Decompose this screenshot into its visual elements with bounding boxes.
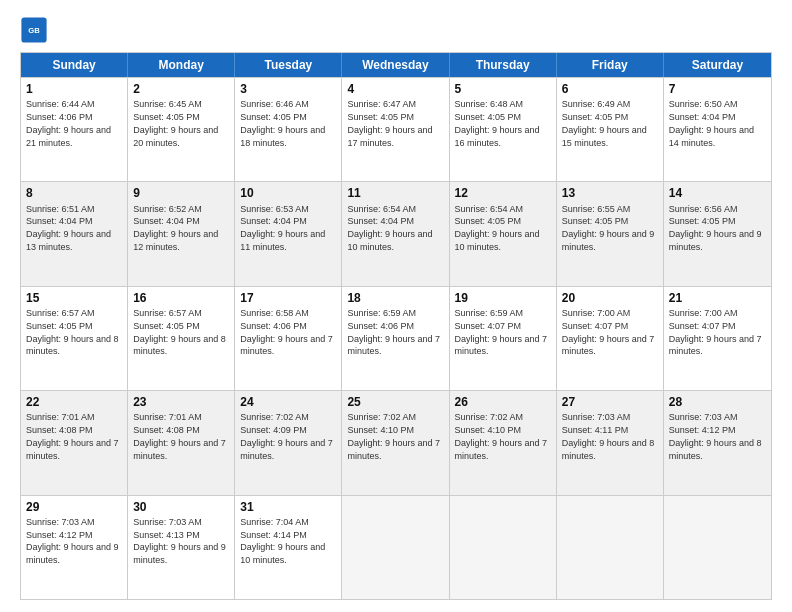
- day-number: 13: [562, 185, 658, 201]
- day-number: 22: [26, 394, 122, 410]
- calendar-cell: 21Sunrise: 7:00 AMSunset: 4:07 PMDayligh…: [664, 287, 771, 390]
- day-number: 26: [455, 394, 551, 410]
- calendar-cell: 15Sunrise: 6:57 AMSunset: 4:05 PMDayligh…: [21, 287, 128, 390]
- day-number: 17: [240, 290, 336, 306]
- day-number: 1: [26, 81, 122, 97]
- day-number: 14: [669, 185, 766, 201]
- header: GB: [20, 16, 772, 44]
- calendar-cell: 3Sunrise: 6:46 AMSunset: 4:05 PMDaylight…: [235, 78, 342, 181]
- cell-info: Sunrise: 6:57 AMSunset: 4:05 PMDaylight:…: [26, 308, 119, 356]
- day-number: 11: [347, 185, 443, 201]
- calendar-cell: 18Sunrise: 6:59 AMSunset: 4:06 PMDayligh…: [342, 287, 449, 390]
- calendar-cell: 19Sunrise: 6:59 AMSunset: 4:07 PMDayligh…: [450, 287, 557, 390]
- cell-info: Sunrise: 6:56 AMSunset: 4:05 PMDaylight:…: [669, 204, 762, 252]
- day-number: 20: [562, 290, 658, 306]
- cell-info: Sunrise: 7:03 AMSunset: 4:12 PMDaylight:…: [26, 517, 119, 565]
- calendar-cell: 16Sunrise: 6:57 AMSunset: 4:05 PMDayligh…: [128, 287, 235, 390]
- cell-info: Sunrise: 6:50 AMSunset: 4:04 PMDaylight:…: [669, 99, 754, 147]
- day-number: 28: [669, 394, 766, 410]
- cell-info: Sunrise: 7:04 AMSunset: 4:14 PMDaylight:…: [240, 517, 325, 565]
- calendar-cell: 2Sunrise: 6:45 AMSunset: 4:05 PMDaylight…: [128, 78, 235, 181]
- day-number: 29: [26, 499, 122, 515]
- cell-info: Sunrise: 6:48 AMSunset: 4:05 PMDaylight:…: [455, 99, 540, 147]
- logo: GB: [20, 16, 50, 44]
- calendar-cell: 20Sunrise: 7:00 AMSunset: 4:07 PMDayligh…: [557, 287, 664, 390]
- calendar-cell: 13Sunrise: 6:55 AMSunset: 4:05 PMDayligh…: [557, 182, 664, 285]
- cell-info: Sunrise: 6:44 AMSunset: 4:06 PMDaylight:…: [26, 99, 111, 147]
- header-day-wednesday: Wednesday: [342, 53, 449, 77]
- day-number: 21: [669, 290, 766, 306]
- cell-info: Sunrise: 7:00 AMSunset: 4:07 PMDaylight:…: [562, 308, 655, 356]
- cell-info: Sunrise: 6:52 AMSunset: 4:04 PMDaylight:…: [133, 204, 218, 252]
- calendar-cell: 9Sunrise: 6:52 AMSunset: 4:04 PMDaylight…: [128, 182, 235, 285]
- calendar-cell: 22Sunrise: 7:01 AMSunset: 4:08 PMDayligh…: [21, 391, 128, 494]
- cell-info: Sunrise: 7:02 AMSunset: 4:10 PMDaylight:…: [347, 412, 440, 460]
- calendar-week-1: 1Sunrise: 6:44 AMSunset: 4:06 PMDaylight…: [21, 77, 771, 181]
- cell-info: Sunrise: 6:59 AMSunset: 4:07 PMDaylight:…: [455, 308, 548, 356]
- calendar-cell: 23Sunrise: 7:01 AMSunset: 4:08 PMDayligh…: [128, 391, 235, 494]
- calendar-week-5: 29Sunrise: 7:03 AMSunset: 4:12 PMDayligh…: [21, 495, 771, 599]
- cell-info: Sunrise: 6:55 AMSunset: 4:05 PMDaylight:…: [562, 204, 655, 252]
- header-day-thursday: Thursday: [450, 53, 557, 77]
- day-number: 3: [240, 81, 336, 97]
- day-number: 16: [133, 290, 229, 306]
- day-number: 5: [455, 81, 551, 97]
- cell-info: Sunrise: 7:02 AMSunset: 4:10 PMDaylight:…: [455, 412, 548, 460]
- calendar-cell: 7Sunrise: 6:50 AMSunset: 4:04 PMDaylight…: [664, 78, 771, 181]
- cell-info: Sunrise: 6:51 AMSunset: 4:04 PMDaylight:…: [26, 204, 111, 252]
- cell-info: Sunrise: 7:00 AMSunset: 4:07 PMDaylight:…: [669, 308, 762, 356]
- day-number: 31: [240, 499, 336, 515]
- cell-info: Sunrise: 7:01 AMSunset: 4:08 PMDaylight:…: [26, 412, 119, 460]
- calendar-cell: 26Sunrise: 7:02 AMSunset: 4:10 PMDayligh…: [450, 391, 557, 494]
- calendar-body: 1Sunrise: 6:44 AMSunset: 4:06 PMDaylight…: [21, 77, 771, 599]
- calendar: SundayMondayTuesdayWednesdayThursdayFrid…: [20, 52, 772, 600]
- cell-info: Sunrise: 6:58 AMSunset: 4:06 PMDaylight:…: [240, 308, 333, 356]
- day-number: 23: [133, 394, 229, 410]
- header-day-monday: Monday: [128, 53, 235, 77]
- calendar-header: SundayMondayTuesdayWednesdayThursdayFrid…: [21, 53, 771, 77]
- calendar-cell: [342, 496, 449, 599]
- calendar-week-4: 22Sunrise: 7:01 AMSunset: 4:08 PMDayligh…: [21, 390, 771, 494]
- cell-info: Sunrise: 7:01 AMSunset: 4:08 PMDaylight:…: [133, 412, 226, 460]
- cell-info: Sunrise: 6:54 AMSunset: 4:05 PMDaylight:…: [455, 204, 540, 252]
- day-number: 25: [347, 394, 443, 410]
- cell-info: Sunrise: 6:53 AMSunset: 4:04 PMDaylight:…: [240, 204, 325, 252]
- logo-icon: GB: [20, 16, 48, 44]
- calendar-cell: 5Sunrise: 6:48 AMSunset: 4:05 PMDaylight…: [450, 78, 557, 181]
- calendar-cell: 29Sunrise: 7:03 AMSunset: 4:12 PMDayligh…: [21, 496, 128, 599]
- calendar-cell: 30Sunrise: 7:03 AMSunset: 4:13 PMDayligh…: [128, 496, 235, 599]
- header-day-tuesday: Tuesday: [235, 53, 342, 77]
- calendar-cell: 6Sunrise: 6:49 AMSunset: 4:05 PMDaylight…: [557, 78, 664, 181]
- cell-info: Sunrise: 6:47 AMSunset: 4:05 PMDaylight:…: [347, 99, 432, 147]
- day-number: 24: [240, 394, 336, 410]
- calendar-cell: 31Sunrise: 7:04 AMSunset: 4:14 PMDayligh…: [235, 496, 342, 599]
- header-day-sunday: Sunday: [21, 53, 128, 77]
- day-number: 4: [347, 81, 443, 97]
- header-day-saturday: Saturday: [664, 53, 771, 77]
- cell-info: Sunrise: 6:57 AMSunset: 4:05 PMDaylight:…: [133, 308, 226, 356]
- calendar-cell: 24Sunrise: 7:02 AMSunset: 4:09 PMDayligh…: [235, 391, 342, 494]
- calendar-cell: 1Sunrise: 6:44 AMSunset: 4:06 PMDaylight…: [21, 78, 128, 181]
- calendar-cell: 8Sunrise: 6:51 AMSunset: 4:04 PMDaylight…: [21, 182, 128, 285]
- calendar-cell: 17Sunrise: 6:58 AMSunset: 4:06 PMDayligh…: [235, 287, 342, 390]
- day-number: 12: [455, 185, 551, 201]
- calendar-cell: 12Sunrise: 6:54 AMSunset: 4:05 PMDayligh…: [450, 182, 557, 285]
- calendar-cell: 14Sunrise: 6:56 AMSunset: 4:05 PMDayligh…: [664, 182, 771, 285]
- cell-info: Sunrise: 6:45 AMSunset: 4:05 PMDaylight:…: [133, 99, 218, 147]
- cell-info: Sunrise: 7:03 AMSunset: 4:12 PMDaylight:…: [669, 412, 762, 460]
- day-number: 9: [133, 185, 229, 201]
- day-number: 2: [133, 81, 229, 97]
- header-day-friday: Friday: [557, 53, 664, 77]
- calendar-cell: 25Sunrise: 7:02 AMSunset: 4:10 PMDayligh…: [342, 391, 449, 494]
- day-number: 27: [562, 394, 658, 410]
- day-number: 10: [240, 185, 336, 201]
- calendar-cell: 11Sunrise: 6:54 AMSunset: 4:04 PMDayligh…: [342, 182, 449, 285]
- calendar-cell: [450, 496, 557, 599]
- day-number: 15: [26, 290, 122, 306]
- cell-info: Sunrise: 6:46 AMSunset: 4:05 PMDaylight:…: [240, 99, 325, 147]
- calendar-cell: 27Sunrise: 7:03 AMSunset: 4:11 PMDayligh…: [557, 391, 664, 494]
- day-number: 8: [26, 185, 122, 201]
- calendar-week-2: 8Sunrise: 6:51 AMSunset: 4:04 PMDaylight…: [21, 181, 771, 285]
- calendar-cell: [557, 496, 664, 599]
- calendar-cell: [664, 496, 771, 599]
